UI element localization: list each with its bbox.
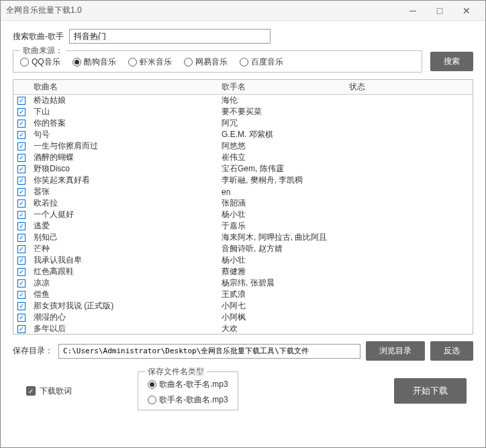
cell-song: 潮湿的心 [34, 312, 222, 323]
row-checkbox[interactable] [17, 188, 26, 196]
source-radio-1[interactable]: 酷狗音乐 [72, 56, 116, 68]
table-row[interactable]: 酒醉的蝴蝶崔伟立 [13, 152, 473, 163]
minimize-button[interactable]: ─ [399, 1, 426, 20]
radio-icon [240, 58, 248, 66]
source-radio-3[interactable]: 网易音乐 [184, 56, 228, 68]
table-body[interactable]: 桥边姑娘海伦下山要不要买菜你的答案阿冗句号G.E.M. 邓紫棋一生与你擦肩而过阿… [13, 95, 473, 334]
row-checkbox[interactable] [17, 154, 26, 162]
save-path-input[interactable] [58, 344, 360, 359]
browse-button[interactable]: 浏览目录 [366, 341, 425, 361]
search-button[interactable]: 搜索 [430, 52, 473, 71]
table-row[interactable]: 凉凉杨宗纬, 张碧晨 [13, 277, 473, 289]
cell-song: 句号 [34, 129, 222, 140]
cell-song: 桥边姑娘 [34, 95, 222, 106]
row-checkbox[interactable] [17, 222, 26, 230]
row-checkbox[interactable] [17, 199, 26, 208]
cell-singer: 李昕融, 樊桐舟, 李凯稠 [222, 175, 349, 186]
row-checkbox[interactable] [17, 120, 26, 128]
row-checkbox[interactable] [17, 279, 26, 287]
fileformat-radio-1[interactable]: 歌手名-歌曲名.mp3 [148, 394, 228, 406]
row-checkbox[interactable] [17, 142, 26, 150]
source-radio-label: 虾米音乐 [140, 56, 172, 68]
fileformat-legend: 保存文件名类型 [145, 366, 207, 377]
cell-song: 逃爱 [34, 220, 222, 232]
table-row[interactable]: 桥边姑娘海伦 [13, 95, 473, 106]
invert-button[interactable]: 反选 [430, 341, 473, 361]
row-checkbox[interactable] [17, 97, 26, 105]
cell-song: 一生与你擦肩而过 [34, 140, 222, 152]
row-checkbox[interactable] [17, 177, 26, 185]
cell-singer: 音阙诗听, 赵方婧 [222, 243, 349, 255]
table-row[interactable]: 句号G.E.M. 邓紫棋 [13, 129, 473, 140]
table-row[interactable]: 一生与你擦肩而过阿悠悠 [13, 140, 473, 152]
table-row[interactable]: 嚣张en [13, 186, 473, 197]
row-checkbox[interactable] [17, 234, 26, 242]
cell-song: 野狼Disco [34, 163, 222, 175]
table-row[interactable]: 那女孩对我说 (正式版)小阿七 [13, 300, 473, 312]
source-fieldset: 歌曲来源： QQ音乐酷狗音乐虾米音乐网易音乐百度音乐 [13, 50, 422, 73]
save-label: 保存目录： [13, 345, 53, 357]
table-row[interactable]: 芒种音阙诗听, 赵方婧 [13, 243, 473, 255]
header-song[interactable]: 歌曲名 [34, 81, 222, 93]
fileformat-radio-label: 歌曲名-歌手名.mp3 [159, 379, 228, 390]
cell-singer: 张韶涵 [222, 197, 349, 209]
cell-singer: 杨小壮 [222, 209, 349, 220]
table-row[interactable]: 下山要不要买菜 [13, 106, 473, 118]
row-checkbox[interactable] [17, 211, 26, 219]
table-row[interactable]: 一个人挺好杨小壮 [13, 209, 473, 220]
start-download-button[interactable]: 开始下载 [394, 378, 467, 404]
source-radio-label: QQ音乐 [32, 56, 60, 68]
table-row[interactable]: 野狼Disco宝石Gem, 陈伟霆 [13, 163, 473, 175]
row-checkbox[interactable] [17, 165, 26, 173]
row-checkbox[interactable] [17, 245, 26, 253]
fileformat-radio-label: 歌手名-歌曲名.mp3 [159, 394, 228, 406]
header-singer[interactable]: 歌手名 [222, 81, 349, 93]
maximize-button[interactable]: □ [426, 1, 453, 20]
table-row[interactable]: 逃爱于嘉乐 [13, 220, 473, 232]
table-row[interactable]: 你笑起来真好看李昕融, 樊桐舟, 李凯稠 [13, 175, 473, 186]
source-radio-label: 百度音乐 [251, 56, 283, 68]
close-button[interactable]: ✕ [453, 1, 480, 20]
window-title: 全网音乐批量下载1.0 [6, 5, 399, 16]
cell-song: 偿鱼 [34, 289, 222, 300]
source-radio-4[interactable]: 百度音乐 [240, 56, 283, 68]
cell-singer: 要不要买菜 [222, 106, 349, 118]
cell-singer: G.E.M. 邓紫棋 [222, 129, 349, 140]
results-table: 歌曲名 歌手名 状态 桥边姑娘海伦下山要不要买菜你的答案阿冗句号G.E.M. 邓… [13, 79, 473, 334]
source-radio-2[interactable]: 虾米音乐 [128, 56, 172, 68]
row-checkbox[interactable] [17, 291, 26, 299]
source-radio-label: 酷狗音乐 [84, 56, 116, 68]
lyric-checkbox[interactable]: ✓ 下载歌词 [26, 386, 72, 397]
row-checkbox[interactable] [17, 257, 26, 265]
source-radio-0[interactable]: QQ音乐 [20, 56, 60, 68]
table-row[interactable]: 我承认我自卑杨小壮 [13, 255, 473, 266]
cell-singer: 小阿七 [222, 300, 349, 312]
source-radio-label: 网易音乐 [195, 56, 228, 68]
table-row[interactable]: 别知己海来阿木, 阿呷拉古, 曲比阿且 [13, 232, 473, 243]
search-input[interactable] [69, 29, 271, 44]
cell-song: 芒种 [34, 243, 222, 255]
row-checkbox[interactable] [17, 108, 26, 116]
table-row[interactable]: 偿鱼王贰浪 [13, 289, 473, 300]
cell-singer: 阿悠悠 [222, 140, 349, 152]
cell-singer: 杨小壮 [222, 255, 349, 266]
header-status[interactable]: 状态 [349, 81, 460, 93]
table-row[interactable]: 你的答案阿冗 [13, 118, 473, 129]
table-row[interactable]: 多年以后大欢 [13, 323, 473, 334]
radio-icon [72, 58, 81, 66]
table-row[interactable]: 红色高跟鞋蔡健雅 [13, 266, 473, 277]
radio-icon [128, 58, 137, 66]
table-row[interactable]: 欧若拉张韶涵 [13, 197, 473, 209]
table-row[interactable]: 潮湿的心小阿枫 [13, 312, 473, 323]
cell-song: 嚣张 [34, 186, 222, 197]
fileformat-radio-0[interactable]: 歌曲名-歌手名.mp3 [148, 379, 228, 390]
row-checkbox[interactable] [17, 325, 26, 333]
row-checkbox[interactable] [17, 131, 26, 139]
row-checkbox[interactable] [17, 314, 26, 322]
lyric-label: 下载歌词 [40, 386, 72, 397]
row-checkbox[interactable] [17, 268, 26, 276]
cell-song: 凉凉 [34, 277, 222, 289]
radio-icon [148, 396, 156, 404]
row-checkbox[interactable] [17, 302, 26, 310]
cell-song: 酒醉的蝴蝶 [34, 152, 222, 163]
